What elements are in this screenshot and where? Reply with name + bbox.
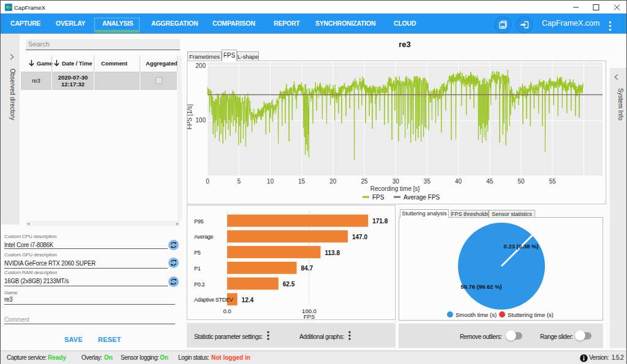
svg-text:Average: Average — [194, 234, 214, 240]
svg-text:0.0: 0.0 — [223, 308, 231, 314]
svg-text:50: 50 — [517, 178, 525, 185]
svg-text:84.7: 84.7 — [301, 265, 314, 272]
svg-text:25: 25 — [361, 178, 368, 185]
svg-text:55: 55 — [549, 178, 557, 185]
svg-text:10: 10 — [267, 178, 274, 185]
svg-text:40: 40 — [455, 178, 462, 185]
svg-text:Recording time [s]: Recording time [s] — [370, 185, 420, 192]
svg-text:Stuttering time (s): Stuttering time (s) — [508, 311, 554, 318]
svg-text:59.76 (99.62 %): 59.76 (99.62 %) — [460, 283, 502, 290]
svg-text:100: 100 — [195, 117, 206, 124]
svg-text:P5: P5 — [194, 250, 201, 256]
svg-text:62.5: 62.5 — [283, 281, 295, 288]
svg-text:P95: P95 — [194, 218, 203, 225]
svg-text:FPS: FPS — [372, 194, 385, 201]
svg-text:FPS [1/s]: FPS [1/s] — [187, 104, 193, 129]
svg-text:P0.2: P0.2 — [194, 281, 205, 288]
svg-text:113.8: 113.8 — [325, 250, 340, 256]
svg-text:Smooth time (s): Smooth time (s) — [456, 311, 497, 318]
svg-text:171.8: 171.8 — [372, 218, 388, 225]
svg-text:12.4: 12.4 — [242, 297, 254, 303]
svg-text:20: 20 — [329, 178, 337, 185]
svg-text:Average FPS: Average FPS — [404, 194, 440, 201]
svg-text:200: 200 — [195, 62, 206, 69]
svg-text:0.23 (0.38 %): 0.23 (0.38 %) — [503, 243, 538, 250]
svg-text:15: 15 — [298, 178, 306, 185]
svg-text:Adaptive STDEV: Adaptive STDEV — [194, 297, 233, 303]
svg-text:P1: P1 — [194, 266, 201, 272]
svg-text:30: 30 — [392, 178, 400, 185]
svg-text:0: 0 — [206, 178, 209, 185]
svg-text:35: 35 — [424, 178, 431, 185]
svg-text:5: 5 — [237, 178, 241, 185]
svg-text:147.0: 147.0 — [352, 234, 367, 240]
svg-text:45: 45 — [486, 178, 494, 185]
svg-text:FPS: FPS — [304, 313, 315, 320]
